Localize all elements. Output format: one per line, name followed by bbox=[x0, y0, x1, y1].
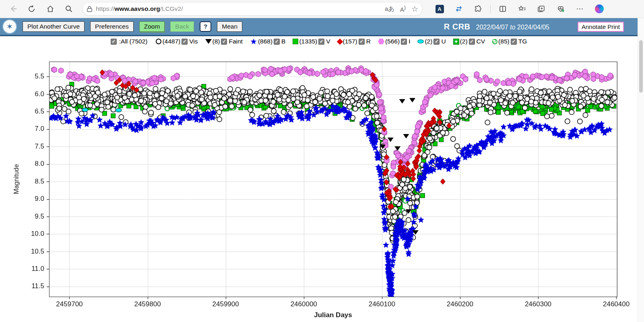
legend-band-label: CV bbox=[477, 38, 485, 45]
legend-count: (4487) bbox=[162, 38, 180, 45]
legend-band-label: U bbox=[441, 38, 446, 45]
toolbar-button-plot-another-curve[interactable]: Plot Another Curve bbox=[23, 21, 85, 32]
read-aloud-icon[interactable]: A) bbox=[400, 5, 406, 13]
legend-item-faint: (8)✓Faint bbox=[205, 38, 243, 45]
search-icon bbox=[65, 5, 73, 13]
back-button[interactable] bbox=[6, 2, 20, 16]
refresh-button[interactable] bbox=[25, 2, 39, 16]
legend-item-b: ★(868)✓B bbox=[250, 38, 285, 45]
legend-item-r: (157)✓R bbox=[338, 38, 371, 45]
legend-count: (85) bbox=[498, 38, 510, 45]
annotate-print-button[interactable]: Annotate Print bbox=[578, 22, 624, 32]
legend-band-label: V bbox=[326, 38, 330, 45]
legend-count: (566) bbox=[385, 38, 400, 45]
light-curve-chart[interactable] bbox=[0, 47, 638, 322]
legend-band-label: B bbox=[281, 38, 285, 45]
hexagon-icon bbox=[378, 39, 384, 44]
legend-band-label: R bbox=[366, 38, 371, 45]
toolbar-button-[interactable]: ? bbox=[200, 21, 211, 32]
legend-item-all: ✓:All (7502) bbox=[111, 38, 149, 45]
date-range: 2022/04/07 to 2024/04/05 bbox=[476, 24, 549, 31]
chrome-right-icons: A ⋯ bbox=[430, 2, 609, 16]
ellipse-icon bbox=[417, 39, 424, 43]
toolbar-buttons: Plot Another CurvePreferencesZoomBack?Me… bbox=[23, 21, 248, 32]
star-icon: ★ bbox=[250, 39, 257, 44]
refresh-icon bbox=[28, 5, 36, 13]
legend-count: (1335) bbox=[299, 38, 317, 45]
url-text[interactable]: https://www.aavso.org/LCGv2/ bbox=[96, 5, 379, 12]
open-circle-icon bbox=[156, 39, 161, 44]
legend-count: (2) bbox=[460, 38, 468, 45]
favorites-bar-icon[interactable] bbox=[515, 2, 529, 16]
home-button[interactable] bbox=[43, 2, 57, 16]
reading-badge-icon[interactable]: A bbox=[433, 2, 446, 16]
more-menu-icon[interactable]: ⋯ bbox=[573, 2, 587, 16]
triangle-down-icon bbox=[205, 39, 212, 44]
legend-item-v: (1335)✓V bbox=[293, 38, 330, 45]
scrollbar-thumb[interactable] bbox=[639, 40, 643, 93]
legend-count: (2) bbox=[425, 38, 432, 45]
legend-checkbox-b[interactable]: ✓ bbox=[274, 39, 280, 45]
square-icon bbox=[293, 39, 298, 44]
legend-checkbox-r[interactable]: ✓ bbox=[359, 39, 365, 45]
legend-count: (868) bbox=[258, 38, 272, 45]
legend-item-u: (2)✓U bbox=[417, 38, 446, 45]
translate-icon[interactable]: aあ bbox=[385, 5, 394, 13]
legend-checkbox-tg[interactable]: ✓ bbox=[511, 39, 517, 45]
legend-count: :All (7502) bbox=[119, 38, 148, 45]
back-arrow-icon bbox=[9, 5, 17, 13]
toolbar-button-preferences[interactable]: Preferences bbox=[90, 21, 134, 32]
legend-band-label: TG bbox=[518, 38, 527, 45]
screenshot-root: https://www.aavso.org/LCGv2/ aあ A) ☆ A bbox=[0, 0, 644, 322]
legend-item-tg: (85)✓TG bbox=[492, 38, 527, 45]
legend-item-i: (566)✓I bbox=[378, 38, 411, 45]
legend-checkbox-i[interactable]: ✓ bbox=[401, 39, 407, 45]
search-button[interactable] bbox=[62, 2, 76, 16]
collections-icon[interactable] bbox=[535, 2, 548, 16]
legend-checkbox-cv[interactable]: ✓ bbox=[469, 39, 475, 45]
copilot-icon[interactable] bbox=[592, 2, 606, 16]
tab-sync-icon[interactable] bbox=[452, 2, 466, 16]
lcg-toolbar: ✶ Plot Another CurvePreferencesZoomBack?… bbox=[0, 18, 638, 36]
legend-item-vis: (4487)✓Vis bbox=[156, 38, 198, 45]
extensions-icon[interactable] bbox=[471, 2, 485, 16]
toolbar-button-back[interactable]: Back bbox=[170, 21, 194, 32]
browser-essentials-icon[interactable] bbox=[554, 2, 568, 16]
star-square-icon: ✦ bbox=[453, 39, 459, 45]
legend-band-label: Faint bbox=[229, 38, 242, 45]
legend-checkbox-vis[interactable]: ✓ bbox=[182, 39, 188, 45]
plot-title: R CRB 2022/04/07 to 2024/04/05 bbox=[444, 22, 549, 31]
legend-checkbox-faint[interactable]: ✓ bbox=[221, 39, 227, 45]
legend-band-label: I bbox=[409, 38, 410, 45]
legend-checkbox-all[interactable]: ✓ bbox=[111, 39, 117, 45]
diamond-icon bbox=[336, 38, 343, 45]
page-scrollbar[interactable] bbox=[638, 18, 644, 322]
aavso-logo: ✶ bbox=[2, 19, 17, 34]
address-bar[interactable]: https://www.aavso.org/LCGv2/ aあ A) ☆ bbox=[82, 2, 423, 16]
legend-count: (157) bbox=[343, 38, 357, 45]
legend-checkbox-u[interactable]: ✓ bbox=[433, 39, 440, 45]
split-screen-icon[interactable] bbox=[496, 2, 510, 16]
favorite-star-icon[interactable]: ☆ bbox=[411, 4, 418, 14]
star-name: R CRB bbox=[444, 22, 471, 31]
chrome-separator bbox=[490, 5, 491, 13]
lock-icon bbox=[87, 6, 93, 12]
legend-checkbox-v[interactable]: ✓ bbox=[318, 39, 324, 45]
legend-count: (8) bbox=[213, 38, 220, 45]
toolbar-button-mean[interactable]: Mean bbox=[217, 21, 242, 32]
home-icon bbox=[46, 5, 54, 13]
browser-chrome: https://www.aavso.org/LCGv2/ aあ A) ☆ A bbox=[0, 0, 644, 18]
band-legend: ✓:All (7502)(4487)✓Vis(8)✓Faint★(868)✓B(… bbox=[0, 36, 638, 47]
legend-band-label: Vis bbox=[189, 38, 198, 45]
legend-item-cv: ✦(2)✓CV bbox=[453, 38, 485, 45]
open-circle-green-icon bbox=[492, 39, 497, 44]
toolbar-button-zoom[interactable]: Zoom bbox=[139, 21, 165, 32]
